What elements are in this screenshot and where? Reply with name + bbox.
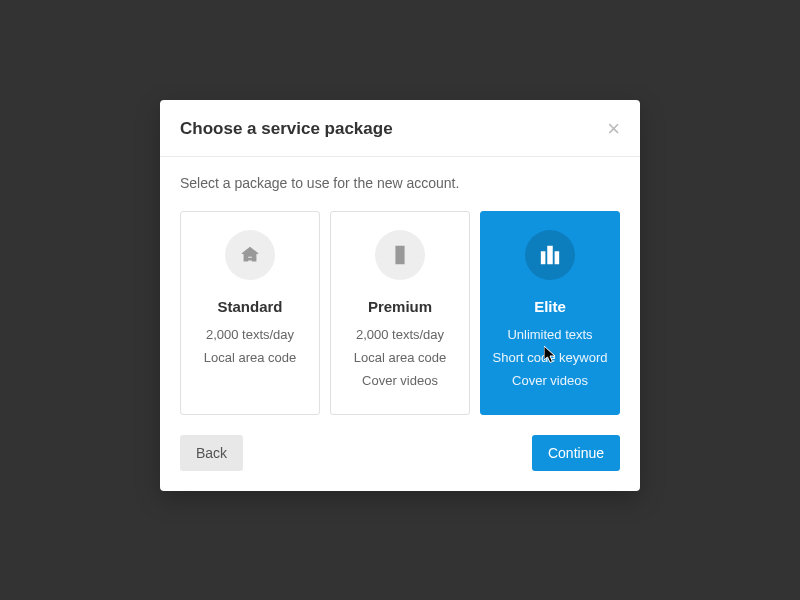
package-elite[interactable]: Elite Unlimited texts Short code keyword… [480, 211, 620, 415]
package-feature: Cover videos [512, 373, 588, 388]
package-feature: 2,000 texts/day [206, 327, 294, 342]
modal-body: Select a package to use for the new acco… [160, 157, 640, 491]
package-selection-modal: Choose a service package × Select a pack… [160, 100, 640, 491]
package-feature: Cover videos [362, 373, 438, 388]
modal-footer: Back Continue [180, 435, 620, 471]
modal-title: Choose a service package [180, 119, 393, 139]
package-feature: 2,000 texts/day [356, 327, 444, 342]
packages-container: Standard 2,000 texts/day Local area code… [180, 211, 620, 415]
house-icon [225, 230, 275, 280]
close-icon[interactable]: × [607, 118, 620, 140]
package-name: Premium [368, 298, 432, 315]
package-standard[interactable]: Standard 2,000 texts/day Local area code [180, 211, 320, 415]
package-premium[interactable]: Premium 2,000 texts/day Local area code … [330, 211, 470, 415]
package-feature: Unlimited texts [507, 327, 592, 342]
package-name: Standard [217, 298, 282, 315]
city-icon [525, 230, 575, 280]
continue-button[interactable]: Continue [532, 435, 620, 471]
package-feature: Local area code [204, 350, 297, 365]
modal-header: Choose a service package × [160, 100, 640, 157]
modal-subtitle: Select a package to use for the new acco… [180, 175, 620, 191]
package-name: Elite [534, 298, 566, 315]
back-button[interactable]: Back [180, 435, 243, 471]
package-feature: Short code keyword [493, 350, 608, 365]
building-icon [375, 230, 425, 280]
package-feature: Local area code [354, 350, 447, 365]
